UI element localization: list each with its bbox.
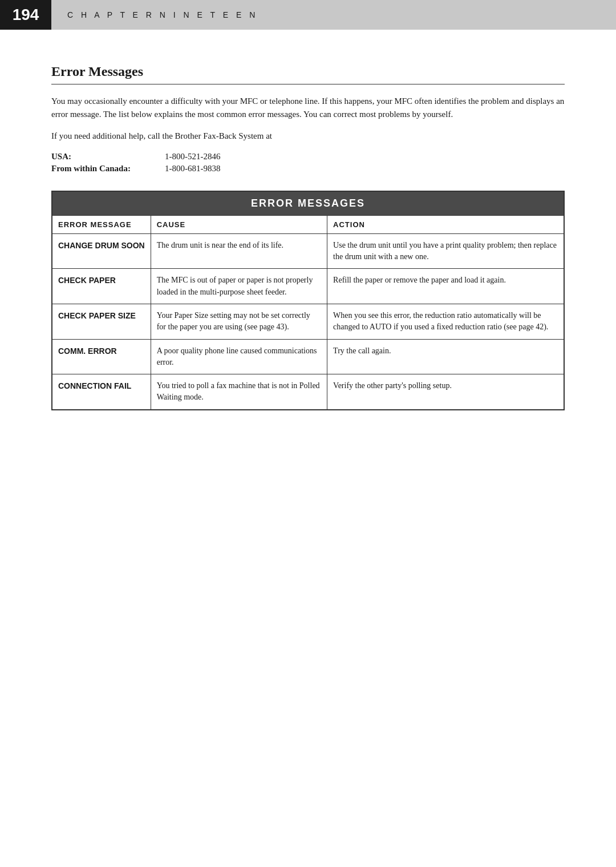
error-message-cell: CHECK PAPER (52, 269, 151, 304)
error-message-cell: CHECK PAPER SIZE (52, 304, 151, 339)
contact-row-usa: USA: 1-800-521-2846 (51, 151, 220, 163)
cause-cell: The drum unit is near the end of its lif… (151, 233, 327, 269)
cause-cell: The MFC is out of paper or paper is not … (151, 269, 327, 304)
error-message-cell: CHANGE DRUM SOON (52, 233, 151, 269)
error-table-row: CHANGE DRUM SOONThe drum unit is near th… (52, 233, 564, 269)
action-cell: Refill the paper or remove the paper and… (327, 269, 564, 304)
action-cell: When you see this error, the reduction r… (327, 304, 564, 339)
contact-table: USA: 1-800-521-2846 From within Canada: … (51, 151, 220, 175)
section-divider (51, 84, 565, 84)
page: 194 C H A P T E R N I N E T E E N Error … (0, 0, 616, 867)
error-table-row: CHECK PAPERThe MFC is out of paper or pa… (52, 269, 564, 304)
action-cell: Use the drum unit until you have a print… (327, 233, 564, 269)
cause-cell: You tried to poll a fax machine that is … (151, 374, 327, 410)
cause-cell: A poor quality phone line caused communi… (151, 339, 327, 374)
contact-label-canada: From within Canada: (51, 163, 165, 175)
chapter-title: C H A P T E R N I N E T E E N (67, 10, 258, 19)
cause-cell: Your Paper Size setting may not be set c… (151, 304, 327, 339)
contact-row-canada: From within Canada: 1-800-681-9838 (51, 163, 220, 175)
col-header-error-message: ERROR MESSAGE (52, 215, 151, 233)
col-header-action: ACTION (327, 215, 564, 233)
page-header: 194 C H A P T E R N I N E T E E N (0, 0, 616, 30)
error-messages-table: ERROR MESSAGES ERROR MESSAGE CAUSE ACTIO… (51, 191, 565, 410)
page-number: 194 (0, 0, 51, 30)
error-table-title-row: ERROR MESSAGES (52, 191, 564, 216)
error-table-row: CONNECTION FAILYou tried to poll a fax m… (52, 374, 564, 410)
col-header-cause: CAUSE (151, 215, 327, 233)
action-cell: Verify the other party's polling setup. (327, 374, 564, 410)
section-heading: Error Messages (51, 64, 565, 79)
error-table-row: COMM. ERRORA poor quality phone line cau… (52, 339, 564, 374)
error-message-cell: COMM. ERROR (52, 339, 151, 374)
action-cell: Try the call again. (327, 339, 564, 374)
contact-value-canada: 1-800-681-9838 (165, 163, 221, 175)
intro-paragraph: You may occasionally encounter a difficu… (51, 95, 565, 122)
error-table-wrapper: ERROR MESSAGES ERROR MESSAGE CAUSE ACTIO… (51, 191, 565, 410)
main-content: Error Messages You may occasionally enco… (0, 30, 616, 445)
error-table-header-row: ERROR MESSAGE CAUSE ACTION (52, 215, 564, 233)
contact-value-usa: 1-800-521-2846 (165, 151, 221, 163)
error-table-title: ERROR MESSAGES (52, 191, 564, 216)
faxback-line: If you need additional help, call the Br… (51, 130, 565, 143)
error-table-row: CHECK PAPER SIZEYour Paper Size setting … (52, 304, 564, 339)
error-message-cell: CONNECTION FAIL (52, 374, 151, 410)
contact-label-usa: USA: (51, 151, 165, 163)
